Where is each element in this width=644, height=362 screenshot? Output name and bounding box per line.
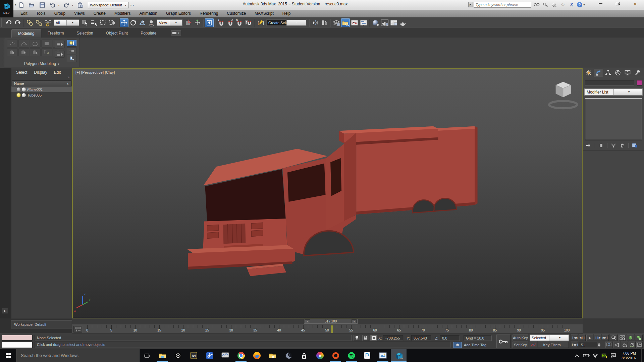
ribbon-tab[interactable]: Selection xyxy=(70,29,99,38)
maxscript-mini-listener-pink[interactable] xyxy=(2,335,33,341)
material-editor-button[interactable] xyxy=(371,18,380,27)
track-bar[interactable]: 0510152025303540455055606570758085909510… xyxy=(72,324,583,334)
named-selection-dropdown[interactable]: Create Selection Se ▼ xyxy=(266,19,307,26)
taskbar-icon-performance-monitor[interactable] xyxy=(217,349,233,362)
tab-utilities[interactable] xyxy=(633,69,642,77)
taskbar-icon-steelseries[interactable] xyxy=(170,349,186,362)
communication-center-icon[interactable] xyxy=(551,1,557,8)
field-of-view-button[interactable] xyxy=(613,342,620,348)
menu-item[interactable]: Rendering xyxy=(195,10,222,17)
dope-sheet-button[interactable] xyxy=(359,18,368,27)
tab-modify[interactable] xyxy=(594,69,603,77)
show-end-result-button[interactable] xyxy=(597,142,605,148)
curve-editor-button[interactable] xyxy=(350,18,359,27)
edge-mode-icon[interactable] xyxy=(18,40,29,48)
taskbar-icon-file-explorer[interactable] xyxy=(154,349,170,362)
keyword-search-input[interactable] xyxy=(474,2,531,8)
undo-dropdown-caret[interactable]: ▼ xyxy=(58,4,60,6)
select-by-name-button[interactable] xyxy=(90,18,98,27)
current-frame-field[interactable]: 51 xyxy=(579,342,597,348)
default-in-out-tangents-icon[interactable] xyxy=(530,342,537,348)
rectangular-selection-region-button[interactable] xyxy=(99,18,107,27)
ribbon-grip[interactable] xyxy=(1,39,3,66)
reference-coordinate-dropdown[interactable]: View ▼ xyxy=(157,19,182,26)
render-production-button[interactable] xyxy=(398,18,407,27)
modify-mode-icon-3[interactable] xyxy=(30,48,41,56)
object-name-field[interactable] xyxy=(585,80,634,85)
menu-item[interactable]: Tools xyxy=(32,10,50,17)
tray-expand-chevron[interactable] xyxy=(574,353,580,359)
battery-icon[interactable] xyxy=(583,353,589,359)
minimize-button[interactable] xyxy=(592,0,609,7)
undo-scene-button[interactable] xyxy=(4,18,13,27)
redo-button[interactable] xyxy=(62,1,70,9)
sign-in-key-icon[interactable] xyxy=(542,1,549,8)
key-mode-dropdown[interactable]: Selected ▼ xyxy=(530,335,569,341)
name-column-header[interactable]: Name ▲ xyxy=(12,80,71,86)
border-mode-icon[interactable] xyxy=(30,40,41,48)
taskbar-icon-3ds-max[interactable]: TRS xyxy=(391,349,407,362)
scene-object-row[interactable]: Plane001 xyxy=(11,86,72,92)
workspace-dropdown[interactable]: Workspace: Default ▼ xyxy=(88,2,129,8)
orbit-button[interactable] xyxy=(629,342,636,348)
task-view-button[interactable] xyxy=(140,349,154,362)
menu-item[interactable]: Customize xyxy=(222,10,250,17)
taskbar-icon-windows-store[interactable] xyxy=(296,349,312,362)
y-coordinate-field[interactable]: 657.543 xyxy=(411,335,431,341)
keyboard-shortcut-override-toggle[interactable] xyxy=(205,18,214,27)
next-frame-button[interactable]: ❙❙▶ xyxy=(594,335,601,341)
undo-button[interactable] xyxy=(49,1,57,9)
open-file-button[interactable] xyxy=(28,1,36,9)
time-slider-track[interactable]: < 51 / 100 > xyxy=(72,318,583,324)
frame-spinner[interactable] xyxy=(598,342,601,348)
menu-item[interactable]: MAXScript xyxy=(250,10,278,17)
application-menu-button[interactable]: MAX xyxy=(0,0,13,17)
close-button[interactable]: × xyxy=(627,0,644,7)
action-center-icon[interactable] xyxy=(610,353,616,359)
time-slider[interactable]: < 51 / 100 > xyxy=(304,319,358,324)
scene-explorer-overflow[interactable]: » xyxy=(11,75,72,80)
scene-explorer-menu-item[interactable]: Select xyxy=(13,70,31,75)
time-configuration-button[interactable] xyxy=(605,342,612,348)
render-setup-button[interactable] xyxy=(380,18,389,27)
nvidia-settings-icon[interactable] xyxy=(601,353,607,359)
wifi-icon[interactable] xyxy=(592,353,598,359)
ribbon-tab[interactable]: Object Paint xyxy=(100,29,134,38)
bind-to-space-warp-icon[interactable] xyxy=(44,18,52,27)
edit-poly-mode-icon[interactable] xyxy=(41,48,52,56)
viewport-label[interactable]: [+] [Perspective] [Clay] xyxy=(75,70,115,74)
taskbar-search[interactable] xyxy=(16,349,140,362)
select-object-button[interactable] xyxy=(80,18,89,27)
rendered-frame-window-button[interactable] xyxy=(389,18,398,27)
start-button[interactable] xyxy=(0,349,16,362)
key-filters-button[interactable]: Key Filters... xyxy=(538,342,569,348)
x-coordinate-field[interactable]: -708.255 xyxy=(383,335,403,341)
select-and-move-button[interactable] xyxy=(120,18,128,27)
percent-snap-toggle[interactable]: % xyxy=(235,18,244,27)
spinner-snap-toggle[interactable] xyxy=(244,18,253,27)
set-key-button[interactable]: Set Key xyxy=(513,342,528,348)
select-and-place-button[interactable] xyxy=(147,18,156,27)
modify-mode-icon-1[interactable] xyxy=(7,48,18,56)
select-and-scale-button[interactable] xyxy=(138,18,147,27)
zoom-all-button[interactable] xyxy=(618,335,626,341)
redo-dropdown-caret[interactable]: ▼ xyxy=(71,4,74,6)
remove-modifier-button[interactable] xyxy=(619,142,626,148)
time-tag-icon[interactable] xyxy=(453,342,462,348)
ribbon-panel-label[interactable]: Polygon Modeling ▼ xyxy=(4,61,79,66)
toolbar-overflow-caret[interactable]: ▼▼ xyxy=(130,4,135,6)
ribbon-tab[interactable]: Modeling xyxy=(11,29,41,38)
clay-truck-model[interactable]: x y z xyxy=(73,69,582,318)
go-to-end-button[interactable]: ▶▶❙ xyxy=(602,335,609,341)
add-time-tag-label[interactable]: Add Time Tag xyxy=(464,343,486,347)
restore-button[interactable] xyxy=(609,0,627,7)
window-crossing-toggle[interactable] xyxy=(108,18,116,27)
help-button[interactable]: ? ▼ xyxy=(577,2,585,7)
snaps-toggle-3d[interactable]: 3 xyxy=(217,18,226,27)
zoom-extents-button[interactable] xyxy=(627,335,634,341)
previous-frame-arrow[interactable]: < xyxy=(305,319,310,323)
vertex-mode-icon[interactable] xyxy=(7,40,18,48)
isolate-selection-icon[interactable] xyxy=(354,335,360,341)
ribbon-tab[interactable]: Populate xyxy=(134,29,163,38)
clock[interactable]: 7:06 PM 8/3/2016 xyxy=(619,351,638,360)
